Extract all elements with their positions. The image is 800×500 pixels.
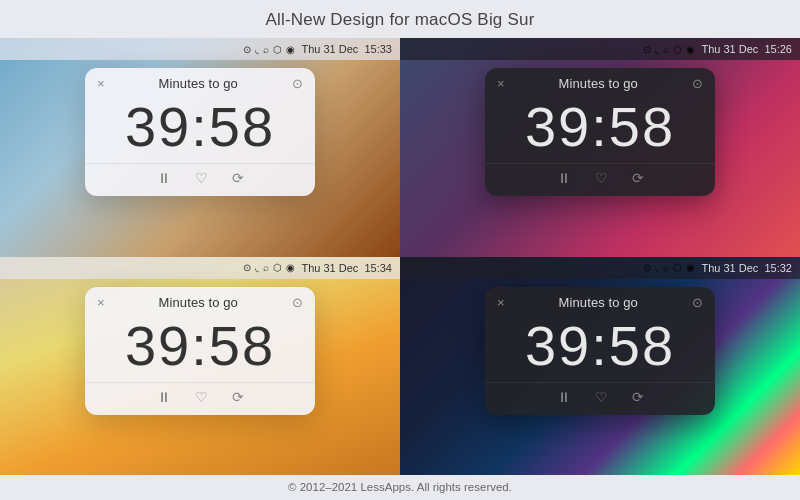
- pause-button-4[interactable]: ⏸: [557, 389, 571, 405]
- app-icon: ◉: [686, 262, 695, 273]
- widget-title-1: Minutes to go: [159, 76, 238, 91]
- menubar-4: ⊙ ◟ ⌕ ⬡ ◉ Thu 31 Dec 15:32: [400, 257, 800, 279]
- widget-header-1: × Minutes to go ⊙: [85, 68, 315, 95]
- widget-controls-4: ⏸ ♡ ⟳: [485, 382, 715, 415]
- wifi-icon: ◟: [255, 262, 259, 273]
- location-icon: ⊙: [643, 262, 651, 273]
- wifi-icon: ◟: [255, 44, 259, 55]
- quadrant-2: ⊙ ◟ ⌕ ⬡ ◉ Thu 31 Dec 15:26 × Minutes to …: [400, 38, 800, 257]
- share-icon: ⬡: [673, 44, 682, 55]
- menubar-icons-3: ⊙ ◟ ⌕ ⬡ ◉: [243, 262, 295, 273]
- pause-button-3[interactable]: ⏸: [157, 389, 171, 405]
- menubar-2: ⊙ ◟ ⌕ ⬡ ◉ Thu 31 Dec 15:26: [400, 38, 800, 60]
- settings-icon-4[interactable]: ⊙: [692, 295, 703, 310]
- widget-1: × Minutes to go ⊙ 39:58 ⏸ ♡ ⟳: [85, 68, 315, 196]
- favorite-button-2[interactable]: ♡: [595, 170, 608, 186]
- widget-controls-2: ⏸ ♡ ⟳: [485, 163, 715, 196]
- reset-button-4[interactable]: ⟳: [632, 389, 644, 405]
- app-icon: ◉: [686, 44, 695, 55]
- quadrant-1: ⊙ ◟ ⌕ ⬡ ◉ Thu 31 Dec 15:33 × Minutes to …: [0, 38, 400, 257]
- reset-button-3[interactable]: ⟳: [232, 389, 244, 405]
- widget-4: × Minutes to go ⊙ 39:58 ⏸ ♡ ⟳: [485, 287, 715, 415]
- page-title: All-New Design for macOS Big Sur: [265, 0, 534, 38]
- share-icon: ⬡: [673, 262, 682, 273]
- settings-icon-3[interactable]: ⊙: [292, 295, 303, 310]
- menubar-datetime-3: Thu 31 Dec 15:34: [301, 262, 392, 274]
- widget-header-3: × Minutes to go ⊙: [85, 287, 315, 314]
- location-icon: ⊙: [243, 262, 251, 273]
- timer-display-2: 39:58: [485, 95, 715, 163]
- search-icon: ⌕: [663, 262, 669, 273]
- search-icon: ⌕: [263, 262, 269, 273]
- share-icon: ⬡: [273, 262, 282, 273]
- share-icon: ⬡: [273, 44, 282, 55]
- favorite-button-3[interactable]: ♡: [195, 389, 208, 405]
- close-button-4[interactable]: ×: [497, 296, 505, 309]
- location-icon: ⊙: [643, 44, 651, 55]
- search-icon: ⌕: [663, 44, 669, 55]
- pause-button-2[interactable]: ⏸: [557, 170, 571, 186]
- reset-button-2[interactable]: ⟳: [632, 170, 644, 186]
- menubar-icons-1: ⊙ ◟ ⌕ ⬡ ◉: [243, 44, 295, 55]
- menubar-icons-2: ⊙ ◟ ⌕ ⬡ ◉: [643, 44, 695, 55]
- menubar-datetime-2: Thu 31 Dec 15:26: [701, 43, 792, 55]
- close-button-2[interactable]: ×: [497, 77, 505, 90]
- search-icon: ⌕: [263, 44, 269, 55]
- reset-button-1[interactable]: ⟳: [232, 170, 244, 186]
- close-button-3[interactable]: ×: [97, 296, 105, 309]
- grid: ⊙ ◟ ⌕ ⬡ ◉ Thu 31 Dec 15:33 × Minutes to …: [0, 38, 800, 475]
- app-icon: ◉: [286, 44, 295, 55]
- widget-2: × Minutes to go ⊙ 39:58 ⏸ ♡ ⟳: [485, 68, 715, 196]
- timer-display-4: 39:58: [485, 314, 715, 382]
- menubar-datetime-1: Thu 31 Dec 15:33: [301, 43, 392, 55]
- timer-display-1: 39:58: [85, 95, 315, 163]
- timer-display-3: 39:58: [85, 314, 315, 382]
- close-button-1[interactable]: ×: [97, 77, 105, 90]
- app-icon: ◉: [286, 262, 295, 273]
- widget-title-3: Minutes to go: [159, 295, 238, 310]
- favorite-button-4[interactable]: ♡: [595, 389, 608, 405]
- widget-title-4: Minutes to go: [559, 295, 638, 310]
- settings-icon-2[interactable]: ⊙: [692, 76, 703, 91]
- wifi-icon: ◟: [655, 44, 659, 55]
- menubar-3: ⊙ ◟ ⌕ ⬡ ◉ Thu 31 Dec 15:34: [0, 257, 400, 279]
- widget-3: × Minutes to go ⊙ 39:58 ⏸ ♡ ⟳: [85, 287, 315, 415]
- menubar-1: ⊙ ◟ ⌕ ⬡ ◉ Thu 31 Dec 15:33: [0, 38, 400, 60]
- widget-header-2: × Minutes to go ⊙: [485, 68, 715, 95]
- favorite-button-1[interactable]: ♡: [195, 170, 208, 186]
- quadrant-4: ⊙ ◟ ⌕ ⬡ ◉ Thu 31 Dec 15:32 × Minutes to …: [400, 257, 800, 476]
- pause-button-1[interactable]: ⏸: [157, 170, 171, 186]
- menubar-datetime-4: Thu 31 Dec 15:32: [701, 262, 792, 274]
- wifi-icon: ◟: [655, 262, 659, 273]
- widget-header-4: × Minutes to go ⊙: [485, 287, 715, 314]
- footer: © 2012–2021 LessApps. All rights reserve…: [0, 475, 800, 500]
- widget-title-2: Minutes to go: [559, 76, 638, 91]
- settings-icon-1[interactable]: ⊙: [292, 76, 303, 91]
- widget-controls-3: ⏸ ♡ ⟳: [85, 382, 315, 415]
- menubar-icons-4: ⊙ ◟ ⌕ ⬡ ◉: [643, 262, 695, 273]
- widget-controls-1: ⏸ ♡ ⟳: [85, 163, 315, 196]
- location-icon: ⊙: [243, 44, 251, 55]
- quadrant-3: ⊙ ◟ ⌕ ⬡ ◉ Thu 31 Dec 15:34 × Minutes to …: [0, 257, 400, 476]
